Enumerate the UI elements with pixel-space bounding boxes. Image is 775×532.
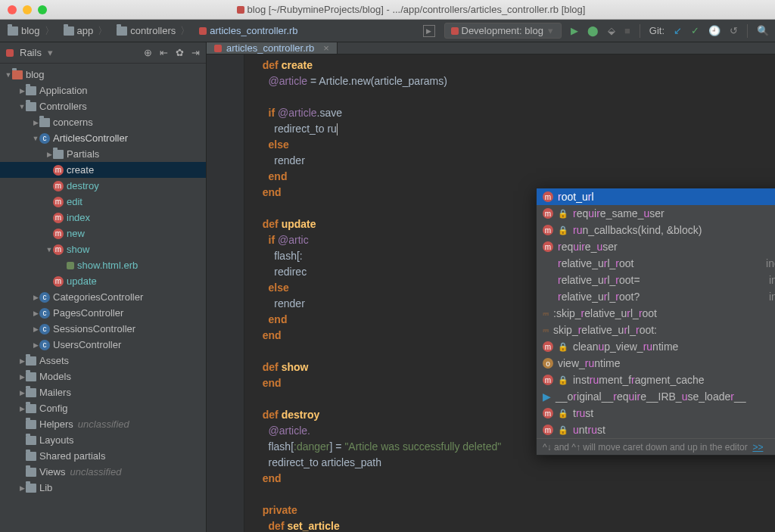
tree-node[interactable]: ▶cPagesController bbox=[0, 305, 206, 321]
disclosure-icon[interactable]: ▶ bbox=[32, 119, 39, 126]
tree-label: Models bbox=[39, 371, 71, 382]
completion-item[interactable]: ⎓:skip_relative_url_root bbox=[537, 305, 775, 322]
tree-node[interactable]: Helpersunclassified bbox=[0, 416, 206, 432]
breadcrumb[interactable]: articles_controller.rb bbox=[198, 23, 299, 38]
completion-item[interactable]: relative_url_root=included in AbstractCo… bbox=[537, 272, 775, 288]
tree-node[interactable]: mnew bbox=[0, 226, 206, 241]
tree-node[interactable]: mcreate bbox=[0, 162, 206, 178]
search-icon[interactable]: 🔍 bbox=[757, 25, 769, 36]
completion-label: root_url bbox=[558, 191, 594, 203]
disclosure-icon[interactable]: ▼ bbox=[45, 246, 53, 254]
completion-item[interactable]: m🔒untrustObject bbox=[537, 422, 775, 438]
tree-node[interactable]: ▶Mailers bbox=[0, 384, 206, 400]
target-icon[interactable]: ⊕ bbox=[144, 47, 152, 58]
tree-node[interactable]: Shared partials bbox=[0, 448, 206, 464]
disclosure-icon[interactable]: ▼ bbox=[32, 135, 39, 142]
zoom-icon[interactable] bbox=[38, 5, 47, 14]
completion-label: require_user bbox=[558, 241, 618, 253]
disclosure-icon[interactable]: ▶ bbox=[18, 405, 26, 412]
collapse-icon[interactable]: ⇤ bbox=[160, 47, 168, 58]
completion-item[interactable]: m🔒require_same_userArticlesController bbox=[537, 205, 775, 222]
disclosure-icon[interactable]: ▶ bbox=[45, 151, 53, 158]
terminal-icon[interactable]: ▶ bbox=[423, 25, 435, 37]
settings-icon[interactable]: ✿ bbox=[176, 47, 184, 58]
completion-item[interactable]: ▶__original__require__IRB_use_loader__Ob… bbox=[537, 388, 775, 405]
tree-node[interactable]: mupdate bbox=[0, 273, 206, 289]
disclosure-icon[interactable]: ▼ bbox=[18, 103, 26, 110]
disclosure-icon[interactable]: ▶ bbox=[32, 325, 39, 333]
completion-popup[interactable]: mroot_urlArticlesControllerm🔒require_sam… bbox=[536, 188, 775, 456]
tree-node[interactable]: ▶cUsersController bbox=[0, 337, 206, 353]
debug-icon[interactable]: ⬤ bbox=[587, 25, 599, 36]
method-icon: m bbox=[53, 244, 64, 255]
disclosure-icon[interactable]: ▶ bbox=[18, 87, 26, 95]
tree-node[interactable]: medit bbox=[0, 194, 206, 210]
completion-item[interactable]: mrequire_userApplicationController bbox=[537, 238, 775, 255]
breadcrumb[interactable]: app〉 bbox=[62, 23, 111, 39]
completion-label: __original__require__IRB_use_loader__ bbox=[556, 390, 746, 403]
completion-item[interactable]: ⎓skip_relative_url_root: bbox=[537, 322, 775, 338]
completion-origin: included in AbstractController::Asset… bbox=[766, 257, 775, 269]
tree-label: PagesController bbox=[53, 307, 123, 319]
run-icon[interactable]: ▶ bbox=[571, 25, 578, 36]
completion-item[interactable]: m🔒run_callbacks(kind, &block)ActiveSuppo… bbox=[537, 222, 775, 238]
disclosure-icon[interactable]: ▶ bbox=[32, 294, 39, 301]
tree-node[interactable]: mdestroy bbox=[0, 178, 206, 194]
tree-node[interactable]: ▼cArticlesController bbox=[0, 130, 206, 146]
sidebar-title[interactable]: Rails bbox=[20, 47, 42, 58]
git-revert-icon[interactable]: ↺ bbox=[730, 25, 738, 36]
tree-node[interactable]: ▶concerns bbox=[0, 114, 206, 130]
completion-item[interactable]: relative_url_rootincluded in AbstractCon… bbox=[537, 255, 775, 272]
tree-node[interactable]: ▶Partials bbox=[0, 146, 206, 162]
hide-icon[interactable]: ⇥ bbox=[191, 47, 200, 58]
tree-label: new bbox=[67, 228, 85, 239]
project-tree[interactable]: ▼blog▶Application▼Controllers▶concerns▼c… bbox=[0, 64, 206, 532]
minimize-icon[interactable] bbox=[23, 5, 32, 14]
tree-node[interactable]: ▶cSessionsController bbox=[0, 321, 206, 337]
completion-item[interactable]: m🔒trustObject bbox=[537, 405, 775, 422]
breadcrumb[interactable]: controllers〉 bbox=[115, 23, 193, 39]
tree-node[interactable]: ▶Config bbox=[0, 400, 206, 416]
disclosure-icon[interactable]: ▶ bbox=[18, 373, 26, 381]
completion-item[interactable]: relative_url_root?included in AbstractCo… bbox=[537, 288, 775, 305]
close-icon[interactable]: × bbox=[323, 42, 329, 54]
disclosure-icon[interactable]: ▶ bbox=[18, 389, 26, 397]
code-lines[interactable]: def create @article = Article.new(articl… bbox=[244, 54, 501, 532]
close-icon[interactable] bbox=[8, 5, 17, 14]
tree-node[interactable]: ▶Application bbox=[0, 82, 206, 98]
tree-node[interactable]: ▼Controllers bbox=[0, 98, 206, 114]
tab-articles-controller[interactable]: articles_controller.rb × bbox=[207, 42, 338, 54]
coverage-icon[interactable]: ⬙ bbox=[608, 25, 615, 36]
git-history-icon[interactable]: 🕘 bbox=[708, 25, 721, 36]
completion-item[interactable]: m🔒instrument_fragment_cacheActionControl… bbox=[537, 372, 775, 388]
stop-icon[interactable]: ■ bbox=[624, 25, 630, 36]
tree-node[interactable]: ▶Assets bbox=[0, 353, 206, 369]
disclosure-icon[interactable]: ▶ bbox=[32, 310, 39, 317]
tree-node[interactable]: ▼blog bbox=[0, 67, 206, 82]
tree-node[interactable]: ▶cCategoriesController bbox=[0, 289, 206, 305]
completion-label: relative_url_root? bbox=[558, 291, 640, 303]
completion-item[interactable]: mroot_urlArticlesController bbox=[537, 188, 775, 205]
disclosure-icon[interactable]: ▶ bbox=[32, 341, 39, 349]
git-update-icon[interactable]: ↙ bbox=[674, 25, 682, 36]
tree-node[interactable]: mindex bbox=[0, 210, 206, 226]
tree-label: concerns bbox=[53, 117, 93, 128]
tree-node[interactable]: Layouts bbox=[0, 432, 206, 448]
run-config-select[interactable]: Development: blog▾ bbox=[444, 23, 562, 39]
disclosure-icon[interactable]: ▶ bbox=[18, 484, 26, 492]
breadcrumb[interactable]: blog〉 bbox=[6, 23, 58, 39]
tree-node[interactable]: Viewsunclassified bbox=[0, 464, 206, 480]
class-icon: c bbox=[39, 292, 50, 303]
hint-link[interactable]: >> bbox=[752, 442, 763, 453]
completion-item[interactable]: oview_runtimeActionController::Instrumen… bbox=[537, 355, 775, 372]
tree-node[interactable]: ▼mshow bbox=[0, 241, 206, 257]
gutter bbox=[207, 54, 244, 532]
ruby-icon bbox=[451, 27, 459, 35]
tree-node[interactable]: ▶Lib bbox=[0, 480, 206, 496]
completion-item[interactable]: m🔒cleanup_view_runtimeActionController::… bbox=[537, 338, 775, 355]
git-commit-icon[interactable]: ✓ bbox=[691, 25, 699, 36]
disclosure-icon[interactable]: ▶ bbox=[18, 357, 26, 365]
disclosure-icon[interactable]: ▼ bbox=[5, 71, 12, 79]
tree-node[interactable]: ▶Models bbox=[0, 369, 206, 384]
tree-node[interactable]: show.html.erb bbox=[0, 257, 206, 273]
